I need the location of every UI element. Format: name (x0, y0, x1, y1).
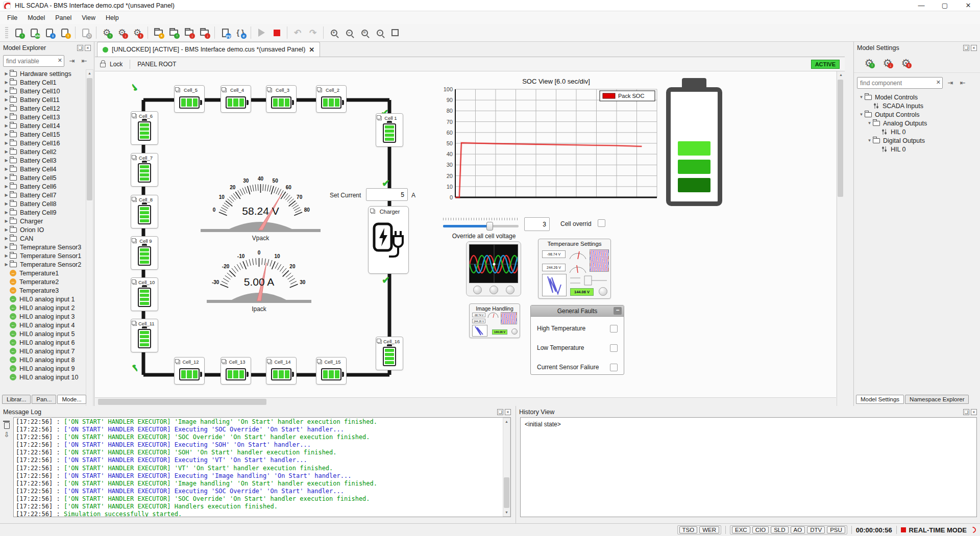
redo-button[interactable]: ↷ (305, 25, 321, 40)
popup-icon[interactable] (133, 198, 137, 202)
get-settings-button[interactable]: ⚙↑ (862, 56, 876, 69)
popup-icon[interactable] (318, 360, 322, 364)
popup-icon[interactable] (133, 156, 137, 160)
history-content[interactable]: <initial state> (520, 417, 977, 517)
scroll-to-bottom-icon[interactable]: ⇩ (3, 431, 11, 439)
float-panel-icon[interactable]: ❏ (497, 409, 503, 415)
temperature-settings-widget[interactable]: Temperaure Settings -98.74 V 244.26 V 14… (538, 239, 611, 299)
status-badge-exc[interactable]: EXC (732, 526, 750, 533)
tree-item[interactable]: ▶Battery Cell5 (1, 173, 86, 182)
tree-item[interactable]: ←HIL0 analog input 7 (1, 347, 86, 355)
close-panel-icon[interactable]: × (505, 409, 511, 415)
clear-log-icon[interactable] (4, 422, 10, 429)
scope-knob[interactable] (489, 286, 498, 294)
popup-icon[interactable] (133, 280, 137, 285)
settings-alert-button[interactable]: ⚙! (130, 25, 145, 40)
collapse-group-button[interactable]: − (614, 307, 622, 315)
tree-item[interactable]: ▶Battery Cell14 (1, 121, 86, 130)
tree-item[interactable]: ▶Battery Cell6 (1, 182, 86, 191)
cell-override-checkbox[interactable] (598, 219, 605, 227)
start-simulation-button[interactable] (254, 25, 269, 40)
zoom-fit-button[interactable]: ▫ (372, 25, 387, 40)
tree-item[interactable]: ▶Battery Cell15 (1, 130, 86, 139)
tree-item[interactable]: ←HIL0 analog input 5 (1, 329, 86, 338)
battery-cell-widget[interactable]: Cell_4 (220, 85, 251, 113)
battery-cell-widget[interactable]: Cell_8 (131, 195, 158, 228)
close-tab-icon[interactable]: ✕ (309, 46, 314, 54)
load-model-button[interactable]: ↑ (11, 25, 27, 40)
popup-icon[interactable] (268, 88, 272, 92)
tree-item[interactable]: ▶CAN (1, 234, 86, 243)
model-warning-button[interactable]: ! (57, 25, 72, 40)
bottom-tab[interactable]: Pan... (32, 395, 56, 404)
battery-cell-widget[interactable]: Cell_14 (266, 357, 297, 385)
zoom-out-button[interactable]: − (341, 25, 357, 40)
battery-cell-widget[interactable]: Cell_16 (376, 337, 403, 370)
canvas-horizontal-scrollbar[interactable] (95, 397, 836, 406)
script-editor-button[interactable]: py (217, 25, 233, 40)
tree-item[interactable]: ←HIL0 analog input 10 (1, 373, 86, 381)
battery-cell-widget[interactable]: Cell_7 (131, 153, 158, 187)
close-button[interactable]: ✕ (957, 0, 980, 11)
expand-all-button[interactable]: ⇥ (946, 79, 955, 88)
tree-item[interactable]: ▶Orion IO (1, 225, 86, 234)
tree-item[interactable]: ▶Temeprature Sensor3 (1, 243, 86, 251)
status-badge-ao[interactable]: AO (791, 526, 805, 533)
tree-item[interactable]: ▼Digital Outputs (856, 136, 977, 145)
undo-button[interactable]: ↶ (290, 25, 305, 40)
tree-item[interactable]: ▶Battery Cell9 (1, 208, 86, 217)
fault-checkbox[interactable] (610, 364, 618, 371)
tree-item[interactable]: ↔Temperature1 (1, 269, 86, 277)
slider-handle[interactable] (486, 222, 493, 231)
fault-checkbox[interactable] (610, 325, 618, 333)
popup-icon[interactable] (378, 116, 382, 120)
battery-cell-widget[interactable]: Cell_13 (220, 357, 251, 385)
status-badge-tso[interactable]: TSO (679, 526, 698, 533)
virtual-hil-button[interactable]: VH (27, 25, 42, 40)
soc-override-slider[interactable] (443, 218, 519, 225)
charger-widget[interactable]: Charger (368, 206, 409, 274)
clear-search-icon[interactable]: ✕ (936, 79, 941, 86)
new-panel-button[interactable]: + (151, 25, 166, 40)
battery-cell-widget[interactable]: Cell_11 (131, 319, 158, 352)
battery-cell-widget[interactable]: Cell 1 (376, 113, 403, 147)
history-initial-state[interactable]: <initial state> (525, 421, 561, 428)
status-badge-sld[interactable]: SLD (771, 526, 788, 533)
tree-item[interactable]: ▶Battery Cell4 (1, 165, 86, 173)
get-model-settings-button[interactable]: ⚙↑ (99, 25, 114, 40)
stop-simulation-button[interactable] (269, 25, 284, 40)
minimize-button[interactable]: — (910, 0, 933, 11)
battery-cell-widget[interactable]: Cell 9 (131, 236, 158, 270)
settings-alert-button[interactable]: ⚙! (899, 56, 913, 69)
tree-item[interactable]: ▶Battery Cell11 (1, 95, 86, 104)
menu-help[interactable]: Help (101, 13, 124, 23)
battery-cell-widget[interactable]: Cell_6 (131, 111, 158, 145)
expand-all-button[interactable]: ⇥ (67, 57, 77, 66)
menu-view[interactable]: View (77, 13, 101, 23)
scope-widget[interactable] (466, 241, 521, 296)
popup-icon[interactable] (318, 88, 322, 92)
battery-cell-widget[interactable]: Cell_5 (174, 85, 205, 113)
tree-item[interactable]: ▶Battery Cell12 (1, 104, 86, 113)
popup-icon[interactable] (268, 360, 272, 364)
canvas-vertical-scrollbar[interactable]: ▲ (837, 71, 845, 406)
tree-item[interactable]: ▶Temperature Sensor2 (1, 260, 86, 269)
tree-item[interactable]: ▼Output Controls (856, 110, 977, 119)
tree-item[interactable]: ▶Battery Cell13 (1, 113, 86, 121)
tree-item[interactable]: ▼Model Controls (856, 93, 977, 101)
tree-item[interactable]: ▼Analog Outputs (856, 119, 977, 127)
float-panel-icon[interactable]: ❏ (963, 45, 969, 51)
tree-item[interactable]: ←HIL0 analog input 9 (1, 364, 86, 373)
tree-item[interactable]: ▶Battery Cell10 (1, 87, 86, 95)
zoom-actual-button[interactable]: = (357, 25, 372, 40)
battery-cell-widget[interactable]: Cell_10 (131, 277, 158, 311)
float-panel-icon[interactable]: ❏ (963, 409, 969, 415)
close-panel-icon[interactable]: × (85, 45, 91, 51)
tree-item[interactable]: ▶Hardware settings (1, 69, 86, 78)
popup-icon[interactable] (133, 239, 137, 243)
close-panel-icon[interactable]: × (971, 45, 977, 51)
popup-icon[interactable] (223, 88, 227, 92)
bottom-tab[interactable]: Namespace Explorer (905, 395, 969, 404)
save-panel-as-button[interactable]: ↓ (197, 25, 212, 40)
scope-knob[interactable] (473, 286, 482, 294)
